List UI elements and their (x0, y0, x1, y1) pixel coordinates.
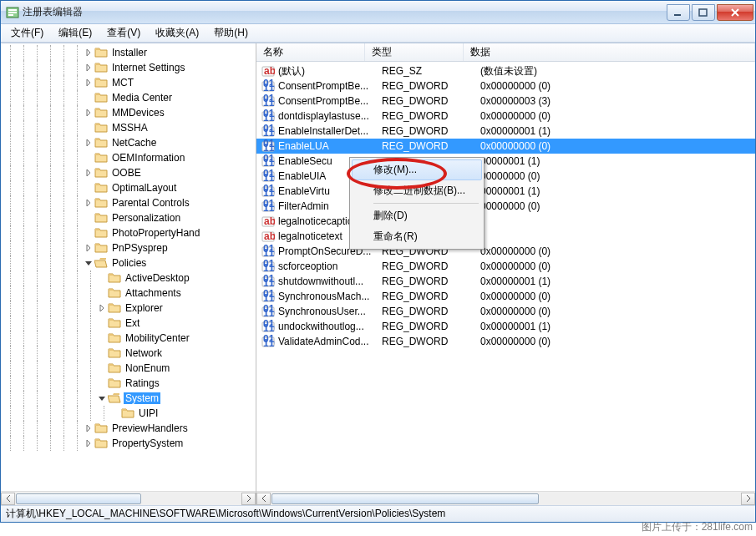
list-row[interactable]: 011110undockwithoutlog...REG_DWORD0x0000… (256, 319, 755, 334)
list-row[interactable]: 011110ConsentPromptBe...REG_DWORD0x00000… (256, 94, 755, 109)
expander-icon[interactable] (98, 274, 106, 282)
tree-item[interactable]: OEMInformation (1, 150, 256, 165)
tree-item[interactable]: Personalization (1, 210, 256, 225)
scroll-thumb[interactable] (271, 493, 539, 504)
header-type[interactable]: 类型 (365, 43, 464, 61)
scroll-left-button[interactable] (256, 493, 271, 505)
list-row[interactable]: 011110SynchronousUser...REG_DWORD0x00000… (256, 304, 755, 319)
expander-icon[interactable] (84, 154, 93, 162)
expander-icon[interactable] (111, 409, 119, 417)
expander-icon[interactable] (84, 109, 93, 117)
tree-item[interactable]: Ratings (1, 376, 256, 391)
expander-icon[interactable] (84, 214, 93, 222)
expander-icon[interactable] (84, 199, 93, 207)
header-name[interactable]: 名称 (256, 43, 365, 61)
tree-item[interactable]: MMDevices (1, 105, 256, 120)
list-row[interactable]: 011110ValidateAdminCod...REG_DWORD0x0000… (256, 334, 755, 349)
tree-item[interactable]: UIPI (1, 406, 256, 421)
tree-item[interactable]: PropertySystem (1, 436, 256, 451)
tree-item[interactable]: Installer (1, 45, 256, 60)
expander-icon[interactable] (84, 94, 93, 102)
tree-item[interactable]: Policies (1, 255, 256, 271)
expander-icon[interactable] (84, 78, 93, 87)
menu-favorites[interactable]: 收藏夹(A) (149, 24, 205, 42)
ctx-rename[interactable]: 重命名(R) (352, 226, 482, 247)
expander-icon[interactable] (84, 124, 93, 132)
list-row[interactable]: ablegalnoticecaptionREG_SZ (256, 214, 755, 229)
expander-icon[interactable] (98, 334, 106, 342)
maximize-button[interactable] (692, 4, 715, 21)
ctx-modify-binary[interactable]: 修改二进制数据(B)... (352, 180, 482, 201)
list-row[interactable]: 011110EnableVirtu00000001 (1) (256, 184, 755, 199)
tree-item[interactable]: Network (1, 346, 256, 361)
expander-icon[interactable] (84, 139, 93, 147)
expander-icon[interactable] (98, 289, 106, 297)
tree-item[interactable]: PnPSysprep (1, 240, 256, 255)
tree-item[interactable]: Media Center (1, 90, 256, 105)
tree-item[interactable]: Attachments (1, 286, 256, 301)
expander-icon[interactable] (84, 63, 93, 72)
scroll-thumb[interactable] (16, 493, 141, 504)
list-row[interactable]: 011110PromptOnSecureD...REG_DWORD0x00000… (256, 244, 755, 259)
list-row[interactable]: 011110EnableUIA00000000 (0) (256, 169, 755, 184)
scroll-left-button[interactable] (1, 493, 15, 505)
tree-item[interactable]: MSSHA (1, 120, 256, 135)
expander-icon[interactable] (98, 304, 106, 312)
titlebar[interactable]: 注册表编辑器 (1, 1, 755, 24)
minimize-button[interactable] (667, 4, 690, 21)
expander-icon[interactable] (84, 229, 93, 237)
list-row[interactable]: 011110scforceoptionREG_DWORD0x00000000 (… (256, 259, 755, 274)
list-row[interactable]: ablegalnoticetextREG_SZ (256, 229, 755, 244)
list-row[interactable]: 011110shutdownwithoutl...REG_DWORD0x0000… (256, 274, 755, 289)
menu-view[interactable]: 查看(V) (100, 24, 147, 42)
tree-item[interactable]: OptimalLayout (1, 180, 256, 195)
tree-item[interactable]: OOBE (1, 165, 256, 180)
expander-icon[interactable] (98, 364, 106, 372)
menu-file[interactable]: 文件(F) (4, 24, 50, 42)
list-row[interactable]: 011110SynchronousMach...REG_DWORD0x00000… (256, 289, 755, 304)
list-row[interactable]: 011110EnableSecuREG_DWORD00000001 (1) (256, 154, 755, 169)
list-body[interactable]: ab(默认)REG_SZ(数值未设置)011110ConsentPromptBe… (256, 62, 755, 491)
expander-icon[interactable] (98, 394, 106, 402)
tree-item[interactable]: ActiveDesktop (1, 271, 256, 286)
expander-icon[interactable] (98, 379, 106, 387)
ctx-modify[interactable]: 修改(M)... (352, 159, 482, 180)
list-row[interactable]: 011110EnableLUAREG_DWORD0x00000000 (0) (256, 139, 755, 154)
expander-icon[interactable] (84, 424, 93, 432)
tree-item[interactable]: Explorer (1, 301, 256, 316)
tree-item[interactable]: NonEnum (1, 361, 256, 376)
tree-item[interactable]: Parental Controls (1, 195, 256, 210)
list-row[interactable]: 011110ConsentPromptBe...REG_DWORD0x00000… (256, 78, 755, 94)
tree-scroll[interactable]: InstallerInternet SettingsMCTMedia Cente… (1, 43, 256, 491)
expander-icon[interactable] (84, 48, 93, 57)
list-row[interactable]: ab(默认)REG_SZ(数值未设置) (256, 63, 755, 78)
tree-hscroll[interactable] (1, 491, 256, 505)
list-hscroll[interactable] (256, 491, 755, 505)
scroll-right-button[interactable] (241, 493, 256, 505)
list-row[interactable]: 011110EnableInstallerDet...REG_DWORD0x00… (256, 124, 755, 139)
expander-icon[interactable] (84, 169, 93, 177)
close-button[interactable] (717, 4, 753, 21)
scroll-right-button[interactable] (741, 493, 755, 505)
expander-icon[interactable] (98, 319, 106, 327)
expander-icon[interactable] (98, 349, 106, 357)
tree-item[interactable]: MobilityCenter (1, 331, 256, 346)
tree-item[interactable]: Internet Settings (1, 60, 256, 75)
tree-item[interactable]: PreviewHandlers (1, 421, 256, 436)
tree-item[interactable]: NetCache (1, 135, 256, 150)
tree-item[interactable]: System (1, 391, 256, 406)
menu-help[interactable]: 帮助(H) (207, 24, 255, 42)
scroll-track[interactable] (15, 493, 241, 505)
list-row[interactable]: 011110FilterAdmin00000000 (0) (256, 199, 755, 214)
tree-item[interactable]: PhotoPropertyHand (1, 225, 256, 240)
header-data[interactable]: 数据 (464, 43, 755, 61)
expander-icon[interactable] (84, 184, 93, 192)
expander-icon[interactable] (84, 259, 93, 267)
expander-icon[interactable] (84, 439, 93, 448)
expander-icon[interactable] (84, 244, 93, 252)
menu-edit[interactable]: 编辑(E) (52, 24, 99, 42)
scroll-track[interactable] (271, 493, 741, 505)
list-row[interactable]: 011110dontdisplaylastuse...REG_DWORD0x00… (256, 109, 755, 124)
tree-item[interactable]: MCT (1, 75, 256, 90)
tree-item[interactable]: Ext (1, 316, 256, 331)
